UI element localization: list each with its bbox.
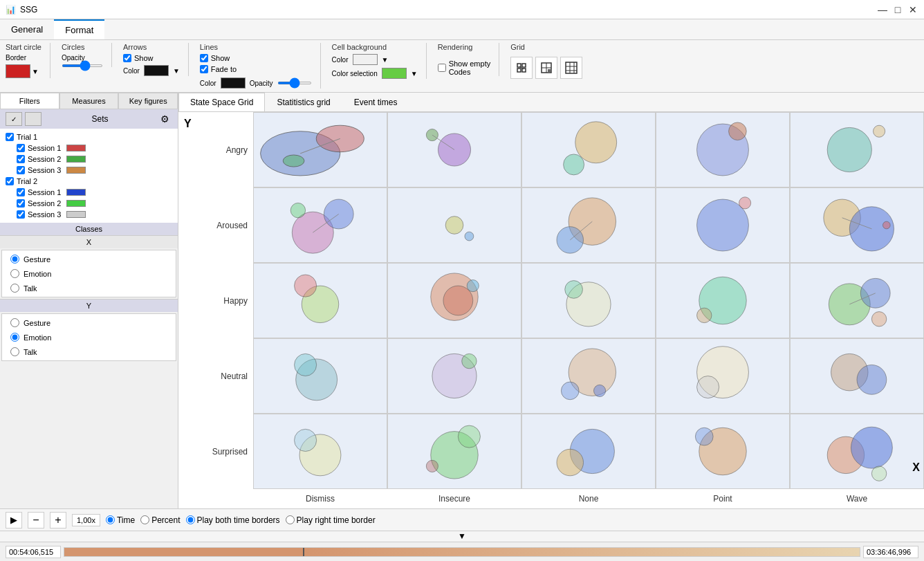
x-gesture-radio[interactable] <box>10 255 19 264</box>
sets-gear-btn[interactable]: ⚙ <box>158 112 172 126</box>
title-bar-left: 📊 SSG <box>6 5 37 15</box>
tab-statistics-grid[interactable]: Statitistics grid <box>265 93 342 111</box>
x-gesture-option[interactable]: Gesture <box>10 255 167 264</box>
content-tabs: State Space Grid Statitistics grid Event… <box>178 93 924 112</box>
grid-icon-btn-2[interactable] <box>535 57 557 79</box>
timeline-bar[interactable] <box>64 547 860 557</box>
trial-2-session-1[interactable]: Session 1 <box>6 187 172 198</box>
circles-opacity-slider[interactable] <box>62 64 103 67</box>
minimize-button[interactable]: — <box>877 4 888 15</box>
play-button[interactable]: ▶ <box>6 512 22 528</box>
trial-2-s1-checkbox[interactable] <box>17 188 25 196</box>
trial-1-session-1[interactable]: Session 1 <box>6 142 172 154</box>
x-talk-radio[interactable] <box>10 284 19 293</box>
cell-bg-label: Cell background <box>332 43 418 51</box>
sets-label: Sets <box>91 114 108 124</box>
timeline-collapse-btn[interactable]: ▼ <box>0 531 924 542</box>
main-layout: Filters Measures Key figures ✓ Sets ⚙ Tr… <box>0 93 924 508</box>
svg-point-52 <box>860 278 890 308</box>
trial-2-s3-checkbox[interactable] <box>17 210 25 219</box>
play-right-radio-label[interactable]: Play right time border <box>286 515 376 525</box>
time-radio-label[interactable]: Time <box>106 515 135 525</box>
y-talk-option[interactable]: Talk <box>10 347 167 356</box>
sets-check-btn[interactable]: ✓ <box>6 112 22 126</box>
lines-opacity-slider[interactable] <box>277 82 312 84</box>
timeline-start-time: 00:54:06,515 <box>6 546 61 558</box>
tab-state-space-grid[interactable]: State Space Grid <box>178 93 265 111</box>
cell-neutral-point <box>656 338 790 414</box>
app-icon: 📊 <box>6 5 16 15</box>
trial-2-session-2[interactable]: Session 2 <box>6 198 172 209</box>
bottom-controls: ▶ − + 1,00x Time Percent Play both time … <box>0 508 924 531</box>
lines-fade-checkbox[interactable] <box>200 65 208 73</box>
y-gesture-radio[interactable] <box>10 318 19 327</box>
svg-point-70 <box>426 460 438 472</box>
menu-format[interactable]: Format <box>54 19 104 39</box>
x-talk-option[interactable]: Talk <box>10 284 167 293</box>
title-bar: 📊 SSG — □ ✕ <box>0 0 924 19</box>
cell-surprised-dismiss <box>253 414 387 489</box>
lines-show-checkbox[interactable] <box>200 54 208 62</box>
lines-opacity-label: Opacity <box>250 80 273 87</box>
cell-surprised-insecure <box>387 414 521 489</box>
grid-icon-btn-3[interactable] <box>560 57 582 79</box>
svg-point-60 <box>561 382 579 400</box>
y-talk-radio[interactable] <box>10 347 19 356</box>
trial-2-session-3[interactable]: Session 3 <box>6 209 172 220</box>
trial-1-item[interactable]: Trial 1 <box>6 131 172 142</box>
percent-radio[interactable] <box>140 515 149 524</box>
play-both-radio-label[interactable]: Play both time borders <box>186 515 280 525</box>
menu-general[interactable]: General <box>0 19 54 39</box>
trial-2-s1-color <box>66 189 86 196</box>
percent-radio-label[interactable]: Percent <box>140 515 180 525</box>
trial-1-session-3[interactable]: Session 3 <box>6 165 172 176</box>
x-emotion-option[interactable]: Emotion <box>10 269 167 278</box>
border-color-swatch[interactable] <box>6 64 30 78</box>
cell-bg-color-swatch[interactable] <box>353 54 378 65</box>
col-none: None <box>521 489 656 508</box>
play-right-radio[interactable] <box>286 515 295 524</box>
arrows-label: Arrows <box>123 43 180 51</box>
trial-1-s1-checkbox[interactable] <box>17 144 25 152</box>
trial-2-item[interactable]: Trial 2 <box>6 176 172 187</box>
trial-1-s3-checkbox[interactable] <box>17 166 25 174</box>
grid-icon-btn-1[interactable] <box>510 57 533 79</box>
trial-1-session-2[interactable]: Session 2 <box>6 154 172 165</box>
tab-event-times[interactable]: Event times <box>342 93 409 111</box>
trial-2-checkbox[interactable] <box>6 177 14 185</box>
trial-2-s2-checkbox[interactable] <box>17 199 25 208</box>
toolbar-circles: Circles Opacity <box>62 43 112 67</box>
maximize-button[interactable]: □ <box>892 4 903 15</box>
grid-layout: Angry <box>198 112 924 508</box>
cell-bg-selection-swatch[interactable] <box>382 68 407 79</box>
grid-visualization: Y X Angry <box>178 112 924 508</box>
sidebar-tab-key-figures[interactable]: Key figures <box>118 93 178 109</box>
y-emotion-option[interactable]: Emotion <box>10 333 167 342</box>
show-empty-checkbox[interactable] <box>438 64 446 72</box>
lines-color-swatch[interactable] <box>221 77 246 89</box>
row-happy: Happy <box>198 263 253 338</box>
trial-2-s2-color <box>66 200 86 207</box>
cell-angry-insecure <box>387 112 521 187</box>
sidebar-tab-measures[interactable]: Measures <box>59 93 119 109</box>
svg-point-32 <box>465 232 474 241</box>
start-circle-label: Start circle <box>6 43 41 51</box>
x-emotion-radio[interactable] <box>10 269 19 278</box>
minus-button[interactable]: − <box>28 512 44 528</box>
col-label-empty <box>198 489 253 508</box>
sets-empty-btn[interactable] <box>25 112 41 126</box>
plus-button[interactable]: + <box>50 512 66 528</box>
cell-surprised-none <box>521 414 656 489</box>
sidebar-tab-filters[interactable]: Filters <box>0 93 59 109</box>
lines-fade-label: Fade to <box>211 65 237 73</box>
trial-1-checkbox[interactable] <box>6 133 14 141</box>
timeline-end-time: 03:36:46,996 <box>863 546 918 558</box>
arrows-color-swatch[interactable] <box>144 65 169 76</box>
y-emotion-radio[interactable] <box>10 333 19 342</box>
play-both-radio[interactable] <box>186 515 195 524</box>
trial-1-s2-checkbox[interactable] <box>17 155 25 163</box>
arrows-show-checkbox[interactable] <box>123 54 131 62</box>
close-button[interactable]: ✕ <box>907 4 918 15</box>
time-radio[interactable] <box>106 515 115 524</box>
y-gesture-option[interactable]: Gesture <box>10 318 167 327</box>
